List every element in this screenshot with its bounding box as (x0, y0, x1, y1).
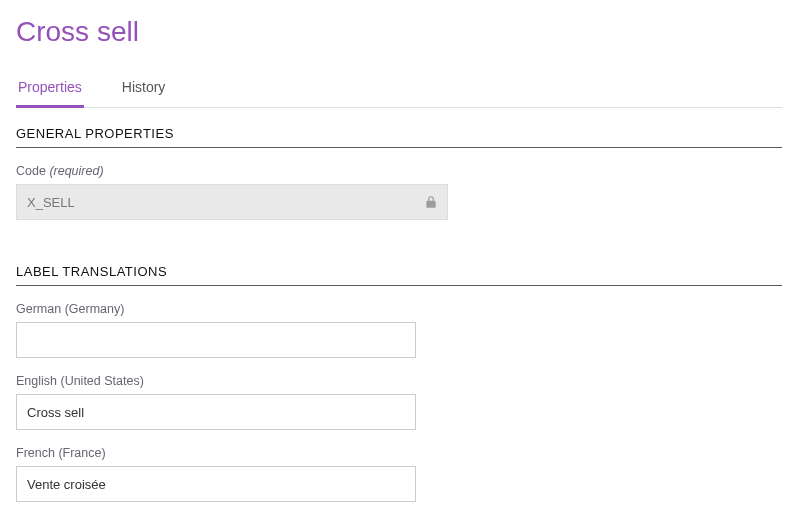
label-de-DE: German (Germany) (16, 302, 782, 316)
field-code-required: (required) (49, 164, 103, 178)
code-input (16, 184, 448, 220)
page-title: Cross sell (16, 16, 782, 48)
field-fr-FR: French (France) (16, 446, 782, 502)
input-en-US[interactable] (16, 394, 416, 430)
field-code-label-text: Code (16, 164, 46, 178)
tab-properties[interactable]: Properties (16, 71, 84, 108)
lock-icon (424, 195, 438, 209)
input-fr-FR[interactable] (16, 466, 416, 502)
section-translations-title: LABEL TRANSLATIONS (16, 264, 782, 286)
input-de-DE[interactable] (16, 322, 416, 358)
section-translations: LABEL TRANSLATIONS German (Germany) Engl… (16, 264, 782, 502)
section-general-title: GENERAL PROPERTIES (16, 126, 782, 148)
section-general: GENERAL PROPERTIES Code (required) (16, 126, 782, 220)
label-en-US: English (United States) (16, 374, 782, 388)
label-fr-FR: French (France) (16, 446, 782, 460)
field-de-DE: German (Germany) (16, 302, 782, 358)
field-code: Code (required) (16, 164, 782, 220)
tabs: Properties History (16, 70, 782, 108)
tab-history[interactable]: History (120, 71, 168, 108)
field-en-US: English (United States) (16, 374, 782, 430)
field-code-label: Code (required) (16, 164, 782, 178)
code-input-wrap (16, 184, 448, 220)
